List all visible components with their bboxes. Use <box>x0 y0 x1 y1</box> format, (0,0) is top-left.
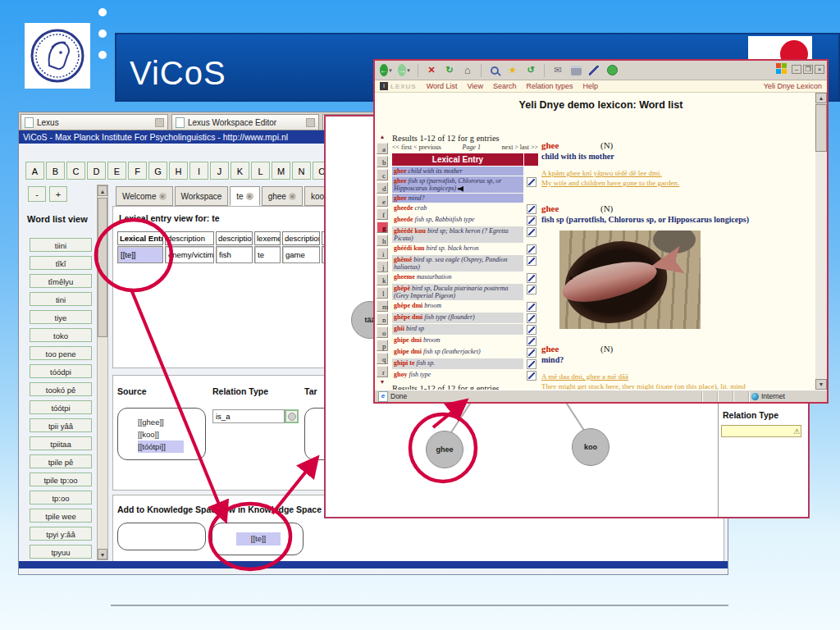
lexicon-row[interactable]: gheede fish sp, Rabbitfish type <box>392 215 538 226</box>
lexicon-row[interactable]: ghee mind? <box>392 194 538 203</box>
edit-icon[interactable] <box>527 216 536 226</box>
alphabet-button-g[interactable]: G <box>148 162 167 180</box>
search-icon[interactable] <box>488 64 501 77</box>
lexicon-row[interactable]: ghoy fish type <box>392 370 538 381</box>
table-cell[interactable]: enemy/victim <box>165 246 214 263</box>
entry-tab-ghee[interactable]: ghee✕ <box>262 186 303 206</box>
stop-icon[interactable]: ✕ <box>425 64 438 77</box>
wordlist-scrollbar[interactable]: ▲ ▼ <box>97 185 108 560</box>
letter-button-i[interactable]: i <box>377 248 388 259</box>
show-in-ks-item[interactable]: [[te]] <box>236 532 281 546</box>
edit-icon[interactable] <box>527 359 536 369</box>
table-cell[interactable]: te <box>254 246 281 263</box>
alphabet-button-h[interactable]: H <box>169 162 188 180</box>
letter-button-e[interactable]: e <box>377 195 388 207</box>
lexicon-row[interactable]: ghêpe dmi fish type (flounder) <box>392 313 538 324</box>
wordlist-item[interactable]: tpiitaa <box>30 436 92 450</box>
close-button[interactable]: × <box>815 65 824 74</box>
edit-icon[interactable] <box>587 64 600 77</box>
back-icon[interactable]: ←▼ <box>380 64 393 77</box>
dropdown-button[interactable] <box>285 409 299 423</box>
source-item[interactable]: [[tóótpi]] <box>138 441 184 453</box>
lexicon-scrollbar[interactable]: ▲ ▼ <box>815 93 827 390</box>
letter-button-b[interactable]: b <box>377 156 388 167</box>
scroll-down-icon[interactable]: ▼ <box>98 549 107 559</box>
zoom-in-button[interactable]: + <box>49 186 67 202</box>
edit-icon[interactable] <box>527 371 536 381</box>
edit-icon[interactable] <box>527 325 536 335</box>
wordlist-item[interactable]: tpile pê <box>30 454 92 468</box>
letter-button-a[interactable]: a <box>377 143 388 154</box>
zoom-out-button[interactable]: - <box>28 186 46 202</box>
letter-button-m[interactable]: m <box>377 300 388 312</box>
letter-button-p[interactable]: p <box>377 340 388 351</box>
lexicon-row[interactable]: ghee child with its mother <box>392 167 538 176</box>
menu-item-word-list[interactable]: Word List <box>427 82 458 90</box>
entry-tab-workspace[interactable]: Workspace <box>175 186 229 206</box>
lexicon-row[interactable]: ghii bird sp <box>392 324 538 336</box>
edit-icon[interactable] <box>527 285 536 294</box>
letter-button-j[interactable]: j <box>377 261 388 272</box>
alphabet-button-i[interactable]: I <box>189 162 208 180</box>
letter-button-g[interactable]: g <box>377 221 388 233</box>
translation-link[interactable]: My wife and children have gone to the ga… <box>541 179 817 187</box>
edit-icon[interactable] <box>527 177 536 187</box>
wordlist-item[interactable]: too pene <box>30 346 92 360</box>
graph-node-ghee[interactable]: ghee <box>426 431 463 468</box>
example-link[interactable]: A kpâm ghee knî yâpwo têdê dê lee dmi. <box>541 169 817 177</box>
tab-close-icon[interactable]: ✕ <box>159 193 167 200</box>
wordlist-item[interactable]: tiye <box>30 310 92 324</box>
lexicon-row[interactable]: ghéédi kuu bird sp. black heron <box>392 244 538 255</box>
edit-icon[interactable] <box>527 273 536 283</box>
scrollbar-thumb[interactable] <box>98 198 107 337</box>
minimize-button[interactable]: – <box>792 65 801 74</box>
wordlist-item[interactable]: tîmêlyu <box>30 274 92 288</box>
letter-button-r[interactable]: r <box>377 366 388 377</box>
scrollbar-thumb[interactable] <box>815 104 827 152</box>
wordlist-item[interactable]: tpile wee <box>30 509 92 523</box>
alphabet-button-a[interactable]: A <box>25 162 44 180</box>
print-icon[interactable] <box>569 64 582 77</box>
alphabet-button-f[interactable]: F <box>128 162 147 180</box>
wordlist-item[interactable]: tookó pê <box>30 382 92 396</box>
wordlist-item[interactable]: tpyi y:ââ <box>30 527 92 541</box>
lexicon-row[interactable]: ghee fish sp (parrotfish, Chlororus sp, … <box>392 176 538 194</box>
lexicon-row[interactable]: ghipe dmi fish sp (leatherjacket) <box>392 347 538 358</box>
letter-button-l[interactable]: l <box>377 287 388 299</box>
relation-type-select[interactable]: is_a <box>212 409 299 423</box>
letter-button-k[interactable]: k <box>377 274 388 285</box>
example-link[interactable]: A mê daa dmi, ghee a mê dââ <box>541 372 817 381</box>
menu-item-help[interactable]: Help <box>582 82 598 90</box>
wordlist-item[interactable]: tiini <box>30 238 92 252</box>
history-icon[interactable]: ↺ <box>524 64 537 77</box>
edit-icon[interactable] <box>527 256 536 266</box>
lexicon-row[interactable]: gheeme masturbation <box>392 272 538 284</box>
scroll-up-icon[interactable]: ▲ <box>98 185 107 196</box>
lexicon-row[interactable]: gheede crab <box>392 203 538 215</box>
menu-item-relation-types[interactable]: Relation types <box>526 82 573 90</box>
edit-icon[interactable] <box>527 244 536 254</box>
wordlist-item[interactable]: tóótpi <box>30 400 92 414</box>
wordlist-item[interactable]: tîkî <box>30 256 92 270</box>
lexicon-row[interactable]: ghipi te fish sp. <box>392 358 538 370</box>
wordlist-item[interactable]: tpyuu <box>30 545 92 559</box>
alphabet-button-b[interactable]: B <box>46 162 65 180</box>
edit-icon[interactable] <box>527 336 536 346</box>
graph-node-koo[interactable]: koo <box>572 428 609 466</box>
messenger-icon[interactable] <box>605 64 619 77</box>
alphabet-button-e[interactable]: E <box>107 162 126 180</box>
lexicon-row[interactable]: ghéédé kuu bird sp; black heron (? Egret… <box>392 226 538 244</box>
source-item[interactable]: [[koo]] <box>138 428 184 441</box>
letter-button-c[interactable]: c <box>377 169 388 180</box>
edit-icon[interactable] <box>527 313 536 323</box>
letter-button-n[interactable]: n <box>377 313 388 325</box>
wordlist-item[interactable]: tpile tp:oo <box>30 472 92 486</box>
lexicon-row[interactable]: ghêpê bird sp, Ducula pistrinaria postre… <box>392 284 538 301</box>
scroll-down-icon[interactable]: ▼ <box>815 379 827 390</box>
letter-button-o[interactable]: o <box>377 326 388 338</box>
alphabet-button-m[interactable]: M <box>272 162 290 180</box>
lexicon-row[interactable]: ghipe dmi broom <box>392 336 538 347</box>
alphabet-button-d[interactable]: D <box>87 162 106 180</box>
menu-item-search[interactable]: Search <box>493 82 517 90</box>
lexicon-row[interactable]: ghêpe dmi broom <box>392 301 538 313</box>
